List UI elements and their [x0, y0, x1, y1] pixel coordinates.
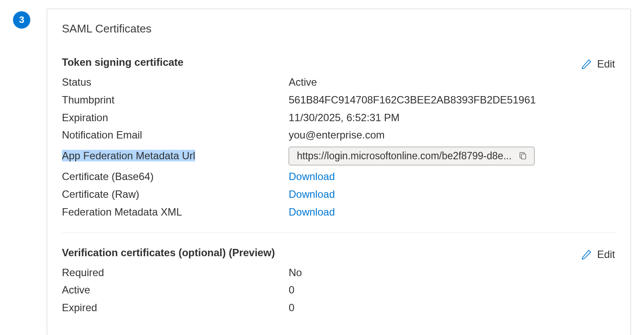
verification-header: Verification certificates (optional) (Pr… — [62, 247, 616, 267]
cert-raw-label: Certificate (Raw) — [62, 188, 289, 201]
download-cert-raw-link[interactable]: Download — [289, 188, 335, 200]
segment-divider — [62, 232, 616, 233]
notification-email-row: Notification Email you@enterprise.com — [62, 129, 616, 142]
required-row: Required No — [62, 267, 616, 279]
cert-raw-row: Certificate (Raw) Download — [62, 188, 616, 201]
edit-label: Edit — [597, 58, 615, 70]
active-value: 0 — [289, 284, 294, 296]
federation-url-row: App Federation Metadata Url https://logi… — [62, 147, 616, 165]
download-cert-base64-link[interactable]: Download — [289, 171, 335, 182]
federation-xml-row: Federation Metadata XML Download — [62, 206, 616, 219]
saml-certificates-card: SAML Certificates Token signing certific… — [47, 9, 631, 335]
token-signing-header: Token signing certificate Edit — [62, 56, 616, 76]
thumbprint-value: 561B84FC914708F162C3BEE2AB8393FB2DE51961 — [289, 94, 536, 106]
required-value: No — [289, 267, 302, 279]
required-label: Required — [62, 267, 289, 279]
step-number-badge: 3 — [13, 11, 30, 29]
notification-email-value: you@enterprise.com — [289, 129, 385, 142]
thumbprint-row: Thumbprint 561B84FC914708F162C3BEE2AB839… — [62, 94, 616, 106]
active-row: Active 0 — [62, 284, 616, 296]
edit-label: Edit — [597, 248, 615, 261]
federation-url-label: App Federation Metadata Url — [62, 150, 289, 162]
federation-xml-value: Download — [289, 206, 335, 219]
federation-url-label-text: App Federation Metadata Url — [62, 150, 195, 161]
verification-title: Verification certificates (optional) (Pr… — [62, 247, 275, 259]
federation-url-value-cell: https://login.microsoftonline.com/be2f87… — [289, 147, 535, 165]
step-number: 3 — [19, 14, 24, 26]
pencil-icon — [581, 249, 592, 260]
edit-token-signing-button[interactable]: Edit — [580, 56, 616, 72]
pencil-icon — [581, 58, 592, 70]
cert-base64-row: Certificate (Base64) Download — [62, 171, 616, 183]
thumbprint-label: Thumbprint — [62, 94, 289, 106]
svg-rect-0 — [522, 154, 526, 159]
expired-label: Expired — [62, 302, 289, 314]
federation-url-box: https://login.microsoftonline.com/be2f87… — [289, 147, 535, 165]
expiration-row: Expiration 11/30/2025, 6:52:31 PM — [62, 112, 616, 124]
expired-row: Expired 0 — [62, 302, 616, 314]
notification-email-label: Notification Email — [62, 129, 289, 142]
cert-raw-value: Download — [289, 188, 335, 201]
edit-verification-button[interactable]: Edit — [580, 247, 616, 262]
federation-url-text: https://login.microsoftonline.com/be2f87… — [297, 150, 512, 162]
expiration-value: 11/30/2025, 6:52:31 PM — [289, 112, 399, 124]
active-label: Active — [62, 284, 289, 296]
cert-base64-value: Download — [289, 171, 335, 183]
expiration-label: Expiration — [62, 112, 289, 124]
status-row: Status Active — [62, 76, 616, 89]
status-label: Status — [62, 76, 289, 89]
token-signing-title: Token signing certificate — [62, 56, 184, 68]
download-federation-xml-link[interactable]: Download — [289, 206, 335, 218]
copy-icon — [518, 151, 527, 161]
copy-federation-url-button[interactable] — [518, 150, 528, 162]
expired-value: 0 — [289, 302, 294, 314]
status-value: Active — [289, 76, 317, 89]
cert-base64-label: Certificate (Base64) — [62, 171, 289, 183]
federation-xml-label: Federation Metadata XML — [62, 206, 289, 219]
section-title: SAML Certificates — [62, 22, 616, 35]
saml-certificates-step: 3 SAML Certificates Token signing certif… — [13, 9, 631, 335]
